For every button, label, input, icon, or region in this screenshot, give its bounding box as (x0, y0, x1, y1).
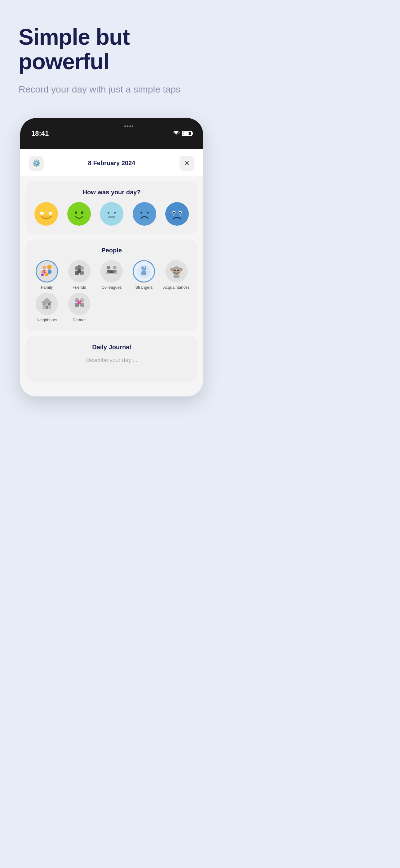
partner-icon (71, 295, 88, 313)
people-grid-row2: Neighbours (32, 293, 191, 322)
person-item-friends[interactable]: Friends (64, 260, 94, 290)
battery-fill (183, 132, 189, 135)
page-wrapper: Simple but powerful Record your day with… (0, 0, 223, 421)
svg-point-18 (179, 212, 181, 214)
svg-rect-2 (40, 212, 44, 215)
svg-rect-54 (173, 274, 179, 278)
colleagues-label: Colleagues (101, 285, 122, 290)
svg-rect-3 (49, 212, 53, 215)
settings-button[interactable]: ⚙️ (29, 156, 44, 171)
mood-neutral[interactable] (100, 202, 124, 226)
status-time: 18:41 (31, 129, 49, 137)
svg-rect-34 (77, 269, 81, 273)
mood-very-sad[interactable] (165, 202, 189, 226)
svg-point-5 (75, 211, 77, 214)
empty-slot-1 (97, 293, 127, 322)
signal-dot-4 (132, 125, 133, 127)
svg-point-20 (180, 214, 181, 216)
journal-card: Daily Journal Describe your day ... (26, 336, 198, 382)
person-item-neighbours[interactable]: Neighbours (32, 293, 62, 322)
svg-point-49 (171, 268, 173, 271)
header-date: 8 February 2024 (88, 160, 135, 167)
svg-point-52 (174, 270, 175, 271)
colleagues-icon (103, 262, 120, 280)
person-item-strangers[interactable]: ? Strangers (129, 260, 159, 290)
friends-icon (71, 262, 88, 280)
svg-point-1 (37, 205, 56, 223)
neighbours-label: Neighbours (37, 318, 57, 322)
neighbours-icon (38, 295, 56, 313)
person-avatar-acquaintances (165, 260, 188, 282)
svg-point-11 (135, 205, 154, 223)
mood-row (32, 202, 191, 226)
happy-icon (69, 204, 89, 224)
person-avatar-friends (68, 260, 91, 282)
strangers-icon: ? (135, 262, 153, 280)
svg-point-50 (179, 268, 182, 271)
acquaintances-label: Acquaintances (163, 285, 190, 290)
status-icons (173, 131, 192, 136)
svg-rect-26 (45, 273, 48, 276)
person-item-family[interactable]: Family (32, 260, 62, 290)
person-avatar-colleagues (100, 260, 123, 282)
very-sad-icon (167, 204, 187, 224)
svg-point-59 (48, 303, 51, 305)
svg-point-37 (113, 266, 116, 270)
hero-title: Simple but powerful (19, 25, 205, 74)
svg-marker-55 (41, 298, 53, 303)
svg-point-14 (168, 205, 186, 223)
neutral-icon (102, 204, 122, 224)
person-item-colleagues[interactable]: Colleagues (97, 260, 127, 290)
svg-rect-44 (141, 271, 146, 275)
people-card: People (26, 239, 198, 331)
svg-point-7 (102, 205, 121, 223)
svg-point-19 (173, 214, 174, 216)
svg-point-6 (81, 211, 84, 214)
svg-point-0 (176, 134, 177, 135)
app-header: ⚙️ 8 February 2024 ✕ (20, 149, 203, 176)
wifi-icon (173, 131, 179, 136)
svg-text:?: ? (143, 266, 145, 270)
family-label: Family (41, 285, 53, 290)
signal-dots (124, 125, 133, 127)
svg-point-25 (45, 270, 48, 273)
family-icon (38, 262, 56, 280)
svg-point-33 (77, 265, 81, 269)
svg-point-12 (140, 212, 142, 214)
signal-dot-2 (127, 125, 128, 127)
acquaintances-icon (168, 262, 185, 280)
notch (87, 123, 136, 130)
app-content: ⚙️ 8 February 2024 ✕ How was your day? (20, 149, 203, 397)
svg-point-58 (43, 303, 45, 305)
phone-status-bar: 18:41 (20, 118, 203, 149)
mood-very-happy[interactable] (34, 202, 58, 226)
battery-icon (182, 131, 192, 136)
svg-point-9 (114, 212, 116, 214)
close-button[interactable]: ✕ (179, 156, 194, 171)
phone-mockup: 18:41 (20, 118, 203, 397)
battery-tip (192, 132, 193, 135)
person-item-partner[interactable]: Partner (64, 293, 94, 322)
svg-point-13 (147, 212, 148, 214)
svg-rect-28 (41, 274, 44, 276)
empty-slot-3 (162, 293, 191, 322)
svg-point-53 (177, 270, 178, 271)
svg-point-17 (173, 212, 175, 214)
mood-sad[interactable] (133, 202, 156, 226)
svg-rect-40 (110, 270, 113, 273)
svg-point-27 (41, 271, 44, 273)
person-avatar-partner (68, 293, 91, 315)
empty-slot-2 (129, 293, 159, 322)
svg-point-8 (108, 212, 109, 214)
strangers-label: Strangers (135, 285, 153, 290)
journal-placeholder[interactable]: Describe your day ... (32, 357, 191, 364)
mood-happy[interactable] (67, 202, 91, 226)
mood-card-title: How was your day? (32, 189, 191, 196)
person-avatar-strangers: ? (133, 260, 155, 282)
people-grid-row1: Family (32, 260, 191, 290)
very-happy-icon (36, 204, 56, 224)
mood-card: How was your day? (26, 181, 198, 235)
person-item-acquaintances[interactable]: Acquaintances (162, 260, 191, 290)
signal-dot-3 (129, 125, 131, 127)
partner-label: Partner (72, 318, 86, 322)
